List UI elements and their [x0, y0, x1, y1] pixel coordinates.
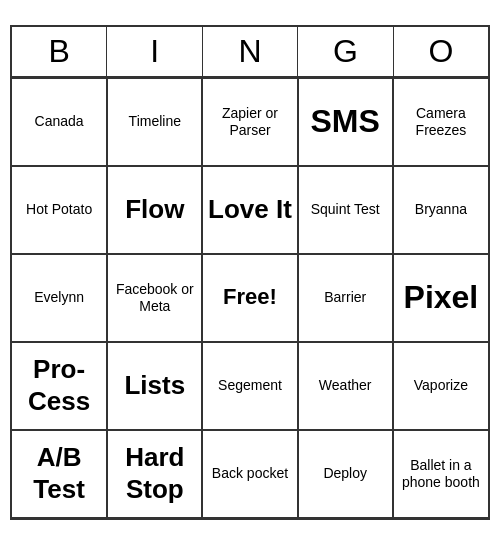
header-letter-g: G: [298, 27, 393, 76]
bingo-cell-0: Canada: [12, 78, 107, 166]
bingo-cell-text-21: Hard Stop: [112, 442, 197, 504]
bingo-cell-13: Barrier: [298, 254, 393, 342]
bingo-cell-11: Facebook or Meta: [107, 254, 202, 342]
bingo-cell-10: Evelynn: [12, 254, 107, 342]
bingo-cell-text-22: Back pocket: [212, 465, 288, 482]
bingo-cell-7: Love It: [202, 166, 297, 254]
bingo-cell-text-10: Evelynn: [34, 289, 84, 306]
bingo-cell-text-24: Ballet in a phone booth: [398, 457, 484, 491]
bingo-cell-text-1: Timeline: [129, 113, 181, 130]
bingo-card: BINGO CanadaTimelineZapier or ParserSMSC…: [10, 25, 490, 520]
bingo-cell-2: Zapier or Parser: [202, 78, 297, 166]
header-letter-b: B: [12, 27, 107, 76]
bingo-cell-22: Back pocket: [202, 430, 297, 518]
bingo-cell-text-17: Segement: [218, 377, 282, 394]
bingo-cell-text-14: Pixel: [404, 278, 479, 316]
bingo-cell-text-20: A/B Test: [16, 442, 102, 504]
bingo-cell-23: Deploy: [298, 430, 393, 518]
bingo-cell-text-16: Lists: [124, 370, 185, 401]
bingo-cell-8: Squint Test: [298, 166, 393, 254]
bingo-cell-text-0: Canada: [35, 113, 84, 130]
bingo-cell-text-23: Deploy: [323, 465, 367, 482]
bingo-cell-5: Hot Potato: [12, 166, 107, 254]
bingo-cell-text-7: Love It: [208, 194, 292, 225]
bingo-cell-14: Pixel: [393, 254, 488, 342]
header-letter-n: N: [203, 27, 298, 76]
header-letter-o: O: [394, 27, 488, 76]
bingo-cell-15: Pro-Cess: [12, 342, 107, 430]
bingo-cell-19: Vaporize: [393, 342, 488, 430]
bingo-cell-text-3: SMS: [311, 102, 380, 140]
bingo-cell-9: Bryanna: [393, 166, 488, 254]
bingo-cell-text-18: Weather: [319, 377, 372, 394]
bingo-cell-text-13: Barrier: [324, 289, 366, 306]
bingo-cell-text-15: Pro-Cess: [16, 354, 102, 416]
bingo-cell-3: SMS: [298, 78, 393, 166]
bingo-cell-18: Weather: [298, 342, 393, 430]
bingo-cell-1: Timeline: [107, 78, 202, 166]
bingo-cell-text-12: Free!: [223, 284, 277, 310]
bingo-cell-text-9: Bryanna: [415, 201, 467, 218]
bingo-cell-17: Segement: [202, 342, 297, 430]
bingo-grid: CanadaTimelineZapier or ParserSMSCamera …: [12, 78, 488, 518]
bingo-cell-20: A/B Test: [12, 430, 107, 518]
bingo-cell-12: Free!: [202, 254, 297, 342]
bingo-cell-text-2: Zapier or Parser: [207, 105, 292, 139]
bingo-cell-4: Camera Freezes: [393, 78, 488, 166]
bingo-cell-text-4: Camera Freezes: [398, 105, 484, 139]
header-letter-i: I: [107, 27, 202, 76]
bingo-cell-text-11: Facebook or Meta: [112, 281, 197, 315]
bingo-cell-text-5: Hot Potato: [26, 201, 92, 218]
bingo-cell-text-8: Squint Test: [311, 201, 380, 218]
bingo-cell-21: Hard Stop: [107, 430, 202, 518]
bingo-cell-24: Ballet in a phone booth: [393, 430, 488, 518]
bingo-cell-text-6: Flow: [125, 194, 184, 225]
bingo-cell-16: Lists: [107, 342, 202, 430]
bingo-header: BINGO: [12, 27, 488, 78]
bingo-cell-text-19: Vaporize: [414, 377, 468, 394]
bingo-cell-6: Flow: [107, 166, 202, 254]
